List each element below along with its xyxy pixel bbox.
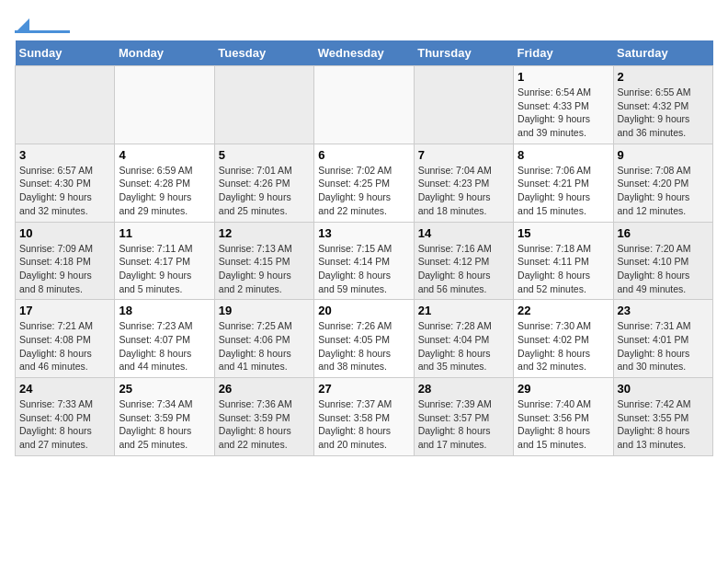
calendar-cell: 15Sunrise: 7:18 AM Sunset: 4:11 PM Dayli… (514, 222, 613, 300)
calendar-cell: 25Sunrise: 7:34 AM Sunset: 3:59 PM Dayli… (115, 378, 214, 456)
day-number: 11 (119, 226, 210, 240)
day-info: Sunrise: 7:20 AM Sunset: 4:10 PM Dayligh… (618, 242, 709, 296)
calendar-cell: 14Sunrise: 7:16 AM Sunset: 4:12 PM Dayli… (414, 222, 513, 300)
day-number: 28 (418, 382, 509, 396)
calendar-cell (16, 66, 115, 144)
day-info: Sunrise: 7:04 AM Sunset: 4:23 PM Dayligh… (418, 164, 509, 218)
day-number: 3 (19, 148, 110, 162)
calendar-cell (214, 66, 313, 144)
day-info: Sunrise: 7:23 AM Sunset: 4:07 PM Dayligh… (119, 319, 210, 373)
day-info: Sunrise: 7:34 AM Sunset: 3:59 PM Dayligh… (119, 397, 210, 452)
calendar-cell: 6Sunrise: 7:02 AM Sunset: 4:25 PM Daylig… (314, 144, 414, 222)
day-number: 18 (119, 304, 210, 317)
calendar-cell: 18Sunrise: 7:23 AM Sunset: 4:07 PM Dayli… (115, 300, 214, 378)
day-info: Sunrise: 7:28 AM Sunset: 4:04 PM Dayligh… (418, 319, 509, 373)
calendar-cell (414, 66, 513, 144)
calendar-cell: 23Sunrise: 7:31 AM Sunset: 4:01 PM Dayli… (613, 300, 712, 378)
day-info: Sunrise: 7:26 AM Sunset: 4:05 PM Dayligh… (318, 319, 409, 373)
col-header-thursday: Thursday (414, 40, 513, 66)
day-number: 4 (119, 148, 210, 162)
day-number: 20 (318, 304, 409, 317)
calendar-cell (314, 66, 414, 144)
calendar-week-1: 1Sunrise: 6:54 AM Sunset: 4:33 PM Daylig… (16, 66, 713, 144)
calendar-cell: 22Sunrise: 7:30 AM Sunset: 4:02 PM Dayli… (514, 300, 613, 378)
calendar-cell: 10Sunrise: 7:09 AM Sunset: 4:18 PM Dayli… (16, 222, 115, 300)
day-number: 26 (219, 382, 310, 396)
calendar-cell: 1Sunrise: 6:54 AM Sunset: 4:33 PM Daylig… (514, 66, 613, 144)
day-number: 21 (418, 304, 509, 317)
day-number: 7 (418, 148, 509, 162)
calendar-cell: 4Sunrise: 6:59 AM Sunset: 4:28 PM Daylig… (115, 144, 214, 222)
calendar-cell: 17Sunrise: 7:21 AM Sunset: 4:08 PM Dayli… (16, 300, 115, 378)
day-number: 6 (318, 148, 409, 162)
calendar-cell: 16Sunrise: 7:20 AM Sunset: 4:10 PM Dayli… (613, 222, 712, 300)
calendar-cell: 13Sunrise: 7:15 AM Sunset: 4:14 PM Dayli… (314, 222, 414, 300)
col-header-monday: Monday (115, 40, 214, 66)
calendar-cell: 24Sunrise: 7:33 AM Sunset: 4:00 PM Dayli… (16, 378, 115, 456)
day-info: Sunrise: 6:54 AM Sunset: 4:33 PM Dayligh… (518, 86, 609, 140)
page-header (15, 15, 713, 33)
day-info: Sunrise: 7:09 AM Sunset: 4:18 PM Dayligh… (19, 242, 110, 296)
day-number: 25 (119, 382, 210, 396)
col-header-saturday: Saturday (613, 40, 712, 66)
day-number: 29 (518, 382, 609, 396)
day-number: 23 (618, 304, 709, 317)
day-number: 24 (19, 382, 110, 396)
day-number: 19 (219, 304, 310, 317)
day-info: Sunrise: 7:15 AM Sunset: 4:14 PM Dayligh… (318, 242, 409, 296)
calendar-cell: 7Sunrise: 7:04 AM Sunset: 4:23 PM Daylig… (414, 144, 513, 222)
col-header-sunday: Sunday (16, 40, 115, 66)
calendar-table: SundayMondayTuesdayWednesdayThursdayFrid… (15, 40, 713, 456)
logo-underline (15, 30, 70, 33)
calendar-cell (115, 66, 214, 144)
calendar-week-5: 24Sunrise: 7:33 AM Sunset: 4:00 PM Dayli… (16, 378, 713, 456)
day-info: Sunrise: 7:18 AM Sunset: 4:11 PM Dayligh… (518, 242, 609, 296)
day-number: 13 (318, 226, 409, 240)
calendar-cell: 26Sunrise: 7:36 AM Sunset: 3:59 PM Dayli… (214, 378, 313, 456)
day-number: 2 (618, 70, 709, 84)
day-info: Sunrise: 7:01 AM Sunset: 4:26 PM Dayligh… (219, 164, 310, 218)
day-info: Sunrise: 7:08 AM Sunset: 4:20 PM Dayligh… (618, 164, 709, 218)
calendar-cell: 21Sunrise: 7:28 AM Sunset: 4:04 PM Dayli… (414, 300, 513, 378)
day-number: 12 (219, 226, 310, 240)
calendar-cell: 9Sunrise: 7:08 AM Sunset: 4:20 PM Daylig… (613, 144, 712, 222)
day-number: 27 (318, 382, 409, 396)
col-header-wednesday: Wednesday (314, 40, 414, 66)
day-number: 30 (618, 382, 709, 396)
day-info: Sunrise: 7:11 AM Sunset: 4:17 PM Dayligh… (119, 242, 210, 296)
day-number: 15 (518, 226, 609, 240)
day-info: Sunrise: 7:40 AM Sunset: 3:56 PM Dayligh… (518, 397, 609, 452)
calendar-cell: 3Sunrise: 6:57 AM Sunset: 4:30 PM Daylig… (16, 144, 115, 222)
calendar-cell: 12Sunrise: 7:13 AM Sunset: 4:15 PM Dayli… (214, 222, 313, 300)
calendar-cell: 2Sunrise: 6:55 AM Sunset: 4:32 PM Daylig… (613, 66, 712, 144)
logo (15, 18, 70, 33)
day-info: Sunrise: 7:13 AM Sunset: 4:15 PM Dayligh… (219, 242, 310, 296)
day-info: Sunrise: 7:02 AM Sunset: 4:25 PM Dayligh… (318, 164, 409, 218)
calendar-cell: 8Sunrise: 7:06 AM Sunset: 4:21 PM Daylig… (514, 144, 613, 222)
day-info: Sunrise: 7:36 AM Sunset: 3:59 PM Dayligh… (219, 397, 310, 452)
day-info: Sunrise: 7:06 AM Sunset: 4:21 PM Dayligh… (518, 164, 609, 218)
day-number: 1 (518, 70, 609, 84)
day-info: Sunrise: 7:25 AM Sunset: 4:06 PM Dayligh… (219, 319, 310, 373)
day-info: Sunrise: 6:57 AM Sunset: 4:30 PM Dayligh… (19, 164, 110, 218)
calendar-cell: 20Sunrise: 7:26 AM Sunset: 4:05 PM Dayli… (314, 300, 414, 378)
col-header-friday: Friday (514, 40, 613, 66)
calendar-week-3: 10Sunrise: 7:09 AM Sunset: 4:18 PM Dayli… (16, 222, 713, 300)
calendar-cell: 5Sunrise: 7:01 AM Sunset: 4:26 PM Daylig… (214, 144, 313, 222)
calendar-cell: 19Sunrise: 7:25 AM Sunset: 4:06 PM Dayli… (214, 300, 313, 378)
day-info: Sunrise: 6:59 AM Sunset: 4:28 PM Dayligh… (119, 164, 210, 218)
calendar-cell: 27Sunrise: 7:37 AM Sunset: 3:58 PM Dayli… (314, 378, 414, 456)
day-info: Sunrise: 7:16 AM Sunset: 4:12 PM Dayligh… (418, 242, 509, 296)
day-info: Sunrise: 7:39 AM Sunset: 3:57 PM Dayligh… (418, 397, 509, 452)
calendar-cell: 11Sunrise: 7:11 AM Sunset: 4:17 PM Dayli… (115, 222, 214, 300)
day-number: 8 (518, 148, 609, 162)
calendar-week-2: 3Sunrise: 6:57 AM Sunset: 4:30 PM Daylig… (16, 144, 713, 222)
calendar-cell: 28Sunrise: 7:39 AM Sunset: 3:57 PM Dayli… (414, 378, 513, 456)
calendar-week-4: 17Sunrise: 7:21 AM Sunset: 4:08 PM Dayli… (16, 300, 713, 378)
calendar-cell: 30Sunrise: 7:42 AM Sunset: 3:55 PM Dayli… (613, 378, 712, 456)
col-header-tuesday: Tuesday (214, 40, 313, 66)
day-number: 16 (618, 226, 709, 240)
day-number: 22 (518, 304, 609, 317)
day-number: 5 (219, 148, 310, 162)
day-info: Sunrise: 6:55 AM Sunset: 4:32 PM Dayligh… (618, 86, 709, 140)
